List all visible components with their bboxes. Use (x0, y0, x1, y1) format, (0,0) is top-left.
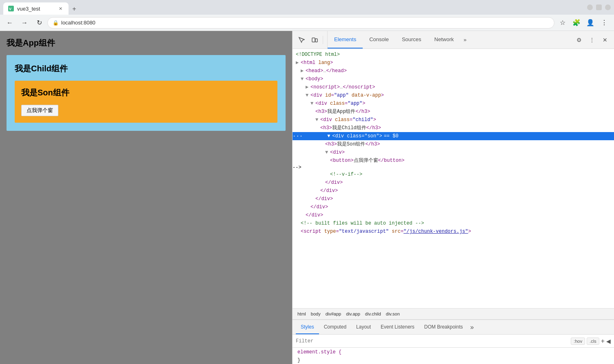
dom-line[interactable]: </div> (293, 195, 614, 203)
dom-equals-sign: == $0 (384, 132, 399, 140)
breadcrumb-body[interactable]: body (309, 311, 322, 317)
dom-line[interactable]: <button> 点我弹个窗 </button> (293, 157, 614, 165)
dom-area: <!DOCTYPE html> ▶ <html lang > ▶ (293, 49, 614, 308)
dom-line[interactable]: ▼ <div id="app" data-v-app > (293, 91, 614, 99)
filter-input[interactable] (296, 338, 567, 344)
breadcrumb-divapp[interactable]: div#app (324, 311, 343, 317)
dom-line[interactable]: </div> (293, 179, 614, 187)
popup-button[interactable]: 点我弹个窗 (21, 105, 58, 116)
tab-elements[interactable]: Elements (328, 31, 363, 49)
style-rule-close: } (297, 357, 300, 363)
breadcrumb-divappclass[interactable]: div.app (344, 311, 362, 317)
reload-button[interactable]: ↻ (33, 16, 46, 29)
head-tag: <head> (306, 67, 323, 75)
attr-src: src (392, 228, 401, 235)
new-tab-button[interactable]: + (69, 3, 80, 15)
vif-comment: <!--v-if--> (330, 171, 362, 178)
toggle-child[interactable]: ▼ (315, 116, 320, 124)
back-button[interactable]: ← (3, 16, 16, 29)
profile-button[interactable]: 👤 (584, 16, 597, 29)
more-tabs-button[interactable]: » (460, 31, 470, 49)
dom-line[interactable]: <h3> 我是Child组件 </h3> (293, 124, 614, 132)
devtools-close-button[interactable]: ✕ (599, 34, 611, 46)
dom-line[interactable]: <script type="text/javascript" src="/js/… (293, 227, 614, 236)
dom-line[interactable]: ▶ <head> … </head> (293, 67, 614, 75)
more-menu-button[interactable]: ⋮ (598, 16, 611, 29)
bottom-tabs: Styles Computed Layout Event Listeners D… (293, 320, 614, 335)
dom-tree[interactable]: <!DOCTYPE html> ▶ <html lang > ▶ (293, 49, 614, 308)
tag-close: > (373, 116, 376, 124)
toggle-div-app-class[interactable]: ▼ (310, 100, 315, 107)
breadcrumb-html[interactable]: html (296, 311, 308, 317)
child-heading: 我是Child组件 (15, 63, 277, 74)
add-rule-button[interactable]: + (601, 338, 605, 345)
maximize-button[interactable] (596, 4, 602, 10)
dom-line[interactable]: <!-- built files will be auto injected -… (293, 219, 614, 227)
tab-console[interactable]: Console (363, 31, 395, 49)
dom-line[interactable]: <!DOCTYPE html> (293, 51, 614, 59)
filter-bar: :hov .cls + ◀ (293, 335, 614, 348)
div-close: </div> (306, 212, 323, 219)
dom-line[interactable]: ▶ <noscript> … </noscript> (293, 83, 614, 91)
address-bar[interactable]: 🔒 localhost:8080 (47, 17, 554, 29)
hov-button[interactable]: :hov (571, 338, 585, 345)
dom-line[interactable]: </div> (293, 203, 614, 211)
svg-rect-2 (312, 38, 315, 42)
inject-comment: <!-- built files will be auto injected -… (301, 220, 424, 227)
bookmark-button[interactable]: ☆ (556, 16, 569, 29)
breadcrumb-divson[interactable]: div.son (384, 311, 401, 317)
tab-close-button[interactable]: ✕ (57, 5, 64, 12)
forward-button[interactable]: → (18, 16, 31, 29)
toggle-div[interactable]: ▼ (325, 149, 330, 156)
dom-line[interactable]: ▼ <div> (293, 148, 614, 157)
button-close: </button> (378, 157, 405, 164)
more-bottom-tabs[interactable]: » (468, 320, 477, 334)
cls-button[interactable]: .cls (587, 338, 599, 345)
dom-line[interactable]: ▼ <body> (293, 75, 614, 83)
tab-dom-breakpoints[interactable]: DOM Breakpoints (419, 320, 468, 334)
toggle-html[interactable]: ▶ (296, 59, 301, 66)
dom-line-selected[interactable]: ··· ▼ <div class="son" > == $0 (293, 132, 614, 140)
divider (323, 36, 323, 44)
main-content: 我是App组件 我是Child组件 我是Son组件 点我弹个窗 (0, 31, 614, 364)
toggle-head[interactable]: ▶ (301, 67, 306, 75)
toggle-body[interactable]: ▼ (301, 75, 306, 83)
dom-line[interactable]: ▼ <div class="app" > (293, 99, 614, 108)
lock-icon: 🔒 (53, 20, 59, 26)
three-dots[interactable]: ··· (293, 132, 304, 140)
devtools-more-button[interactable]: ⋮ (586, 34, 598, 46)
dom-line[interactable]: ▶ <html lang > (293, 59, 614, 67)
breadcrumb-divchild[interactable]: div.child (364, 311, 383, 317)
devtools-settings-button[interactable]: ⚙ (573, 34, 585, 46)
attr-src-val: "/js/chunk-vendors.js" (403, 228, 468, 235)
extensions-button[interactable]: 🧩 (570, 16, 583, 29)
sidebar-toggle-button[interactable]: ◀ (606, 338, 611, 344)
toggle-son[interactable]: ▼ (327, 132, 332, 140)
svg-rect-3 (315, 39, 317, 42)
dom-line[interactable]: ▼ <div class="child" > (293, 116, 614, 124)
tab-computed[interactable]: Computed (319, 320, 351, 334)
close-button[interactable] (605, 4, 611, 10)
dom-line[interactable]: <h3> 我是App组件 </h3> (293, 108, 614, 116)
active-tab[interactable]: V vue3_test ✕ (3, 2, 69, 15)
inspect-element-button[interactable] (296, 34, 307, 46)
filter-actions: :hov .cls + ◀ (571, 338, 611, 345)
tab-network[interactable]: Network (428, 31, 461, 49)
tab-sources[interactable]: Sources (395, 31, 428, 49)
div-close: </div> (320, 187, 338, 194)
dots: … (340, 84, 343, 91)
device-toggle-button[interactable] (309, 34, 320, 46)
h3-tag: <h3> (320, 124, 332, 132)
dom-line[interactable]: <h3> 我是Son组件 </h3> (293, 140, 614, 148)
tab-layout[interactable]: Layout (351, 320, 376, 334)
tab-event-listeners[interactable]: Event Listeners (376, 320, 419, 334)
dom-line[interactable]: </div> (293, 211, 614, 219)
toggle-div-app[interactable]: ▼ (306, 92, 310, 99)
nav-actions: ☆ 🧩 👤 ⋮ (556, 16, 611, 29)
minimize-button[interactable] (587, 4, 593, 10)
dom-line[interactable]: <!--v-if--> (293, 170, 614, 179)
tab-styles[interactable]: Styles (296, 320, 319, 334)
toggle-noscript[interactable]: ▶ (306, 84, 310, 91)
dom-line[interactable]: </div> (293, 187, 614, 195)
devtools-header-actions: ⚙ ⋮ ✕ (570, 31, 614, 49)
